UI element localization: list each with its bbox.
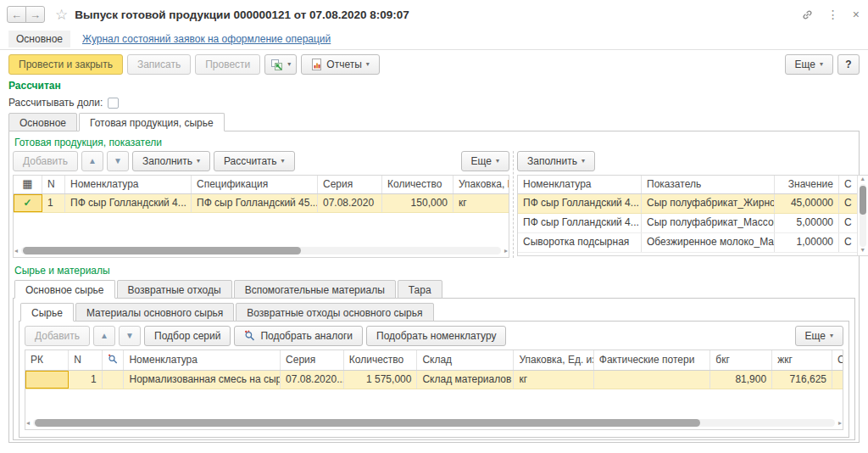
cell-value[interactable]: 5,00000 [775, 214, 839, 232]
cell-zhkg[interactable]: 716,625 [772, 371, 832, 389]
cell-series[interactable]: 07.08.2020 [318, 194, 382, 212]
post-button[interactable]: Провести [195, 54, 260, 75]
col-series[interactable]: Серия [318, 176, 382, 193]
tab-raw-materials[interactable]: Материалы основного сырья [75, 303, 234, 322]
link-icon[interactable] [801, 8, 814, 21]
save-button[interactable]: Записать [127, 54, 191, 75]
more-button-raw[interactable]: Еще ▾ [795, 326, 843, 346]
table-row[interactable]: ✓ 1 ПФ сыр Голландский 4... ПФ сыр Голла… [14, 194, 509, 213]
fill-products-button[interactable]: Заполнить ▾ [132, 151, 210, 171]
cell-nomenclature[interactable]: Сыворотка подсырная [518, 233, 642, 252]
col-spec[interactable]: Спе [832, 350, 843, 370]
table-row[interactable]: ПФ сыр Голландский 4... Сыр полуфабрикат… [518, 214, 857, 233]
add-raw-button[interactable]: Добавить [25, 326, 90, 346]
col-qty[interactable]: Количество [344, 350, 418, 370]
cell-nomenclature[interactable]: ПФ сыр Голландский 4... [518, 214, 642, 232]
col-series[interactable]: Серия [281, 350, 344, 370]
pick-nomenclature-button[interactable]: Подобрать номенклатуру [366, 326, 506, 346]
back-button[interactable]: ← [7, 6, 26, 23]
cell-spec[interactable] [832, 371, 843, 389]
scroll-up-icon[interactable]: ▲ [860, 176, 865, 184]
cell-actual-losses[interactable] [594, 371, 711, 389]
col-bkg[interactable]: бкг [710, 350, 772, 370]
cell-spec[interactable]: ПФ сыр Голландский 45... [192, 194, 318, 212]
table-row[interactable]: Сыворотка подсырная Обезжиренное молоко_… [518, 233, 857, 253]
col-qty[interactable]: Количество [382, 176, 453, 193]
cell-rk[interactable] [25, 371, 69, 389]
more-button-top[interactable]: Еще ▾ [785, 54, 833, 75]
cell-nomenclature[interactable]: Нормализованная смесь на сыр ... [124, 371, 281, 389]
horizontal-scrollbar[interactable]: ◂ ▸ [26, 418, 842, 428]
cell-bkg[interactable]: 81,900 [710, 371, 772, 389]
col-n[interactable]: N [69, 350, 102, 370]
move-up-button[interactable]: ▲ [81, 151, 103, 171]
cell-value[interactable]: 45,00000 [775, 194, 839, 213]
pick-analogs-button[interactable]: Подобрать аналоги [234, 326, 363, 346]
cell-qty[interactable]: 150,000 [382, 194, 453, 212]
cell-pack-unit[interactable]: кг [514, 371, 593, 389]
close-icon[interactable]: × [853, 8, 860, 21]
col-zhkg[interactable]: жкг [772, 350, 832, 370]
calculate-button[interactable]: Рассчитать ▾ [214, 151, 295, 171]
tab-main-raw[interactable]: Основное сырье [14, 280, 115, 299]
help-button[interactable]: ? [837, 54, 860, 75]
cell-indicator[interactable]: Сыр полуфабрикат_Массова... [642, 214, 775, 232]
cell-n[interactable]: 1 [42, 194, 65, 212]
table-row[interactable]: ПФ сыр Голландский 4... Сыр полуфабрикат… [518, 194, 857, 214]
add-product-button[interactable]: Добавить [13, 151, 78, 171]
col-nomenclature[interactable]: Номенклатура [65, 176, 192, 193]
scroll-right-icon[interactable]: ▸ [501, 247, 508, 254]
col-value[interactable]: Значение [775, 176, 839, 193]
col-nomenclature[interactable]: Номенклатура [124, 350, 281, 370]
cell-value[interactable]: 1,00000 [775, 233, 839, 252]
move-up-button[interactable]: ▲ [93, 326, 115, 346]
scroll-left-icon[interactable]: ◂ [26, 419, 33, 427]
fill-indicators-button[interactable]: Заполнить ▾ [517, 151, 595, 171]
tab-return-waste[interactable]: Возвратные отходы [117, 280, 232, 299]
scroll-right-icon[interactable]: ▸ [835, 419, 842, 427]
cell-qty[interactable]: 1 575,000 [344, 371, 418, 389]
nav-tab-main[interactable]: Основное [8, 31, 70, 48]
cell-method[interactable]: С [839, 194, 857, 213]
tab-tare[interactable]: Тара [398, 280, 442, 299]
move-down-button[interactable]: ▼ [107, 151, 129, 171]
col-pack[interactable]: Упаковка, Ед [453, 176, 509, 193]
col-n[interactable]: N [42, 176, 65, 193]
nav-link-journal[interactable]: Журнал состояний заявок на оформление оп… [82, 33, 331, 45]
col-warehouse[interactable]: Склад [417, 350, 514, 370]
reports-button[interactable]: Отчеты ▾ [301, 54, 380, 75]
col-actual-losses[interactable]: Фактические потери [594, 350, 711, 370]
cell-indicator[interactable]: Сыр полуфабрикат_Жирност... [642, 194, 775, 213]
post-and-close-button[interactable]: Провести и закрыть [8, 54, 123, 75]
cell-n[interactable]: 1 [69, 371, 102, 389]
forward-button[interactable]: → [25, 6, 45, 23]
col-spec[interactable]: Спецификация [192, 176, 318, 193]
tab-production[interactable]: Готовая продукция, сырье [79, 113, 225, 131]
more-button-products[interactable]: Еще ▾ [461, 151, 509, 171]
cell-warehouse[interactable]: Склад материалов [417, 371, 514, 389]
scroll-down-icon[interactable]: ▼ [860, 247, 865, 255]
cell-nomenclature[interactable]: ПФ сыр Голландский 4... [65, 194, 192, 212]
menu-dots-icon[interactable]: ⋮ [827, 8, 839, 21]
cell-indicator[interactable]: Обезжиренное молоко_Мас... [642, 233, 775, 252]
table-row[interactable]: 1 Нормализованная смесь на сыр ... 07.08… [25, 371, 843, 389]
magnifier-column-icon[interactable] [103, 350, 125, 370]
calculate-shares-checkbox[interactable] [108, 98, 119, 109]
cell-pack[interactable]: кг [453, 194, 509, 212]
cell-method[interactable]: С [839, 214, 857, 232]
tab-aux-materials[interactable]: Вспомогательные материалы [234, 280, 396, 299]
cell-analog[interactable] [103, 371, 125, 389]
series-pick-button[interactable]: Подбор серий [144, 326, 231, 346]
favorite-icon[interactable]: ☆ [55, 6, 68, 24]
col-pack-unit[interactable]: Упаковка, Ед. изм. [514, 350, 593, 370]
tab-raw-return-waste[interactable]: Возвратные отходы основного сырья [236, 303, 433, 322]
move-down-button[interactable]: ▼ [119, 326, 141, 346]
scroll-left-icon[interactable]: ◂ [14, 247, 21, 254]
cell-nomenclature[interactable]: ПФ сыр Голландский 4... [518, 194, 642, 213]
horizontal-scrollbar[interactable]: ◂ ▸ [14, 246, 508, 255]
tab-main[interactable]: Основное [8, 113, 77, 131]
vertical-scrollbar[interactable]: ▲ ▼ [857, 176, 868, 255]
col-rk[interactable]: РК [25, 350, 69, 370]
cell-series[interactable]: 07.08.2020... [281, 371, 344, 389]
tab-raw[interactable]: Сырье [20, 303, 74, 322]
